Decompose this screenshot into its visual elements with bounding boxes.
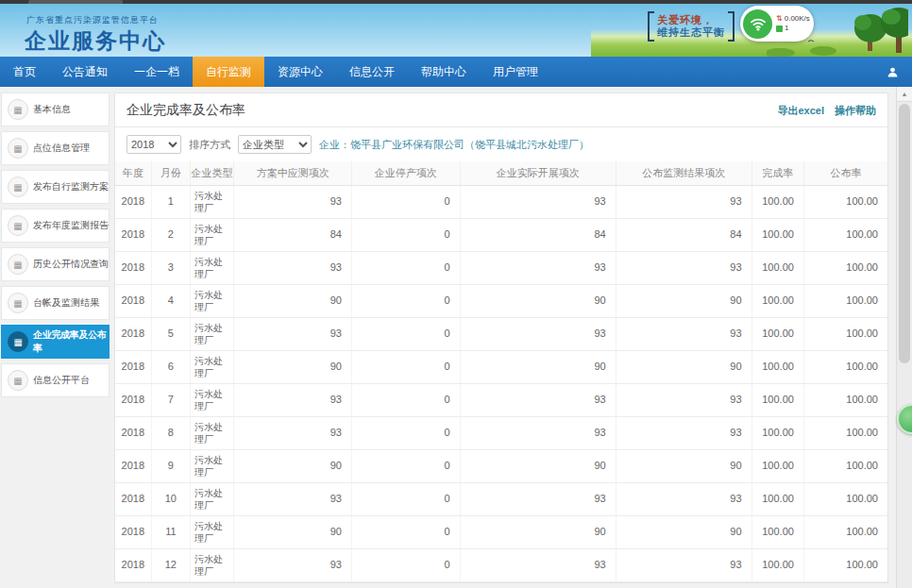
nav-item-resource-center[interactable]: 资源中心: [264, 57, 336, 87]
network-count-value: 1: [785, 24, 788, 33]
network-speed-widget[interactable]: ⇅ 0.00K/s 1: [740, 6, 814, 42]
cell-month: 8: [151, 416, 190, 449]
cell-enterprise-type: 污水处理厂: [190, 317, 233, 350]
cell-actual-items: 93: [460, 416, 616, 449]
cell-enterprise-type: 污水处理厂: [190, 449, 233, 482]
nav-item-home[interactable]: 首页: [0, 57, 49, 87]
cell-month: 11: [151, 515, 190, 548]
year-select[interactable]: 2018: [127, 135, 181, 154]
nav-item-enterprise-file[interactable]: 一企一档: [121, 57, 193, 87]
cell-published-items: 93: [616, 482, 752, 515]
sidebar-item-label: 企业完成率及公布率: [33, 328, 109, 355]
sidebar-item-annual-report[interactable]: ▦ 发布年度监测报告: [1, 209, 110, 243]
cell-shutdown-items: 0: [352, 449, 461, 482]
cell-enterprise-type: 污水处理厂: [190, 548, 233, 581]
user-icon[interactable]: [887, 57, 899, 87]
cell-year: 2018: [115, 317, 151, 350]
cell-enterprise-type: 污水处理厂: [190, 482, 233, 515]
help-link[interactable]: 操作帮助: [835, 105, 876, 116]
cell-shutdown-items: 0: [352, 416, 461, 449]
cell-completion-rate: 100.00: [752, 317, 803, 350]
table-row: 20184污水处理厂9009090100.00100.00: [115, 284, 887, 317]
cell-completion-rate: 100.00: [752, 449, 803, 482]
cell-publication-rate: 100.00: [803, 350, 887, 383]
sidebar-item-label: 历史公开情况查询: [33, 258, 109, 271]
cell-published-items: 90: [616, 284, 752, 317]
cell-month: 9: [151, 449, 190, 482]
cell-planned-items: 93: [234, 383, 352, 416]
cell-shutdown-items: 0: [352, 383, 461, 416]
cell-publication-rate: 100.00: [803, 383, 887, 416]
cell-planned-items: 90: [234, 449, 352, 482]
cell-publication-rate: 100.00: [803, 284, 887, 317]
completion-rate-table: 年度 月份 企业类型 方案中应测项次 企业停产项次 企业实际开展项次 公布监测结…: [115, 161, 887, 582]
sidebar-item-history-query[interactable]: ▦ 历史公开情况查询: [1, 247, 110, 281]
panel-icon: ▦: [8, 370, 28, 391]
panel-icon: ▦: [8, 215, 28, 236]
cell-published-items: 84: [616, 218, 752, 251]
cell-year: 2018: [115, 284, 151, 317]
panel-icon: ▦: [8, 99, 28, 120]
sidebar-item-point-info[interactable]: ▦ 点位信息管理: [1, 131, 110, 165]
cell-enterprise-type: 污水处理厂: [190, 416, 233, 449]
cell-completion-rate: 100.00: [752, 284, 803, 317]
cell-completion-rate: 100.00: [752, 350, 803, 383]
nav-item-announcements[interactable]: 公告通知: [49, 57, 121, 87]
scroll-up-arrow[interactable]: ▲: [897, 87, 912, 102]
nav-item-user-management[interactable]: 用户管理: [480, 57, 551, 87]
cell-year: 2018: [115, 515, 151, 548]
cell-completion-rate: 100.00: [752, 218, 803, 251]
sidebar-item-publish-monitor-plan[interactable]: ▦ 发布自行监测方案: [1, 170, 110, 204]
nav-item-self-monitoring[interactable]: 自行监测: [193, 57, 264, 87]
sort-label: 排序方式: [189, 138, 230, 152]
cell-month: 10: [151, 482, 190, 515]
cell-shutdown-items: 0: [352, 317, 461, 350]
cell-published-items: 90: [616, 449, 752, 482]
table-row: 20182污水处理厂8408484100.00100.00: [115, 218, 887, 251]
cell-published-items: 90: [616, 515, 752, 548]
cell-actual-items: 93: [460, 185, 616, 218]
enterprise-label: 企业：饶平县广业环保有限公司（饶平县城北污水处理厂）: [319, 138, 589, 152]
environment-slogan: 关爱环境， 维持生态平衡: [648, 11, 735, 42]
cell-planned-items: 90: [234, 350, 352, 383]
cell-enterprise-type: 污水处理厂: [190, 251, 233, 284]
enterprise-type-select[interactable]: 企业类型: [238, 135, 312, 154]
disk-icon: [776, 25, 783, 32]
cell-shutdown-items: 0: [352, 350, 461, 383]
cell-year: 2018: [115, 218, 151, 251]
table-row: 20183污水处理厂9309393100.00100.00: [115, 251, 887, 284]
col-completion-rate: 完成率: [752, 161, 803, 185]
cell-shutdown-items: 0: [352, 251, 461, 284]
table-row: 20185污水处理厂9309393100.00100.00: [115, 317, 887, 350]
panel-icon: ▦: [8, 254, 28, 275]
col-shutdown-items: 企业停产项次: [352, 161, 461, 185]
panel-icon: ▦: [8, 138, 28, 159]
export-excel-link[interactable]: 导出excel: [777, 105, 824, 116]
platform-name: 广东省重点污染源监管信息平台: [26, 14, 159, 26]
cell-publication-rate: 100.00: [803, 548, 887, 581]
cell-year: 2018: [115, 185, 151, 218]
cell-published-items: 93: [616, 548, 752, 581]
cell-published-items: 90: [616, 350, 752, 383]
sidebar-item-basic-info[interactable]: ▦ 基本信息: [1, 92, 110, 126]
cell-shutdown-items: 0: [352, 185, 461, 218]
cell-publication-rate: 100.00: [803, 218, 887, 251]
sidebar-item-completion-rate[interactable]: ▦ 企业完成率及公布率: [1, 325, 110, 359]
cell-month: 5: [151, 317, 190, 350]
cell-publication-rate: 100.00: [803, 515, 887, 548]
cell-actual-items: 90: [460, 449, 616, 482]
sidebar-item-disclosure-platform[interactable]: ▦ 信息公开平台: [1, 363, 110, 397]
cell-completion-rate: 100.00: [752, 185, 803, 218]
vertical-scrollbar[interactable]: ▲: [896, 87, 912, 588]
cell-planned-items: 93: [234, 548, 352, 581]
nav-item-info-disclosure[interactable]: 信息公开: [336, 57, 408, 87]
scrollbar-thumb[interactable]: [899, 104, 910, 363]
table-row: 201810污水处理厂9309393100.00100.00: [115, 482, 887, 515]
cell-year: 2018: [115, 449, 151, 482]
cell-actual-items: 90: [460, 284, 616, 317]
header-banner: 广东省重点污染源监管信息平台 企业服务中心 关爱环境， 维持生态平衡: [0, 4, 912, 57]
col-planned-items: 方案中应测项次: [234, 161, 352, 185]
table-row: 20187污水处理厂9309393100.00100.00: [115, 383, 887, 416]
nav-item-help-center[interactable]: 帮助中心: [408, 57, 480, 87]
sidebar-item-ledger-results[interactable]: ▦ 台帐及监测结果: [1, 286, 110, 320]
